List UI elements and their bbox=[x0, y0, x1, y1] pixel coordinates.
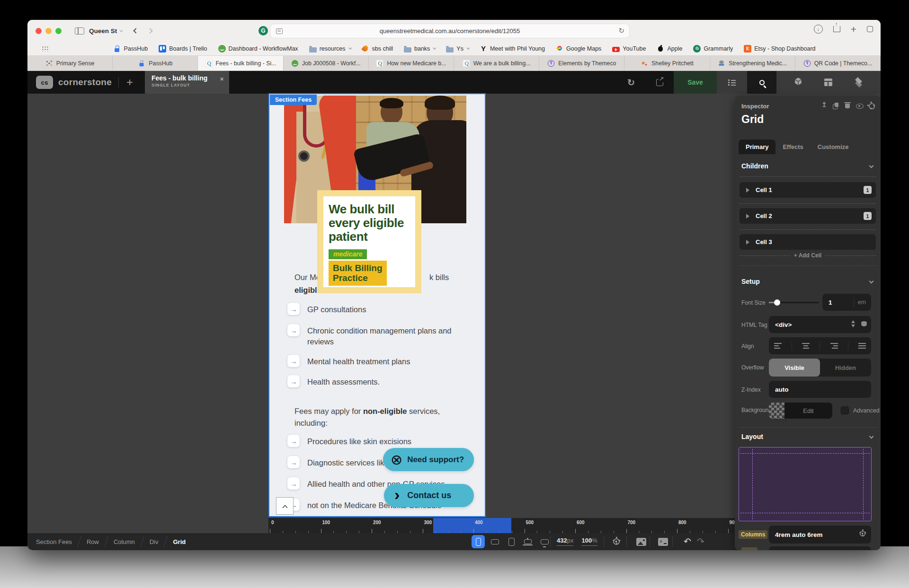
document-tab[interactable]: Fees - bulk billing SINGLE LAYOUT × bbox=[145, 71, 229, 94]
inspector-tab-primary[interactable]: Primary bbox=[739, 140, 775, 154]
gear-icon[interactable] bbox=[868, 103, 874, 109]
rows-input-partial[interactable] bbox=[769, 546, 871, 550]
browser-tab[interactable]: Fees - bulk billing - Si... bbox=[198, 56, 283, 70]
layout-section-header[interactable]: Layout bbox=[741, 433, 763, 440]
bookmark-item[interactable]: Apple bbox=[657, 45, 682, 53]
laptop-icon[interactable] bbox=[521, 535, 535, 548]
share-icon[interactable] bbox=[833, 26, 840, 32]
reader-icon[interactable] bbox=[276, 28, 283, 34]
breadcrumb-item[interactable]: Grid bbox=[173, 538, 186, 545]
close-window-button[interactable] bbox=[36, 28, 42, 34]
page-canvas[interactable]: Section Fees Our Me k bill bbox=[268, 93, 486, 517]
tablet-icon[interactable] bbox=[505, 535, 518, 548]
code-console-icon[interactable] bbox=[658, 538, 668, 546]
background-edit-button[interactable]: Edit bbox=[784, 403, 832, 419]
stepper-icon[interactable] bbox=[851, 320, 855, 327]
url-bar[interactable]: queenstreetmedical.com.au/cornerstone/ed… bbox=[270, 24, 630, 38]
zindex-input[interactable]: auto bbox=[769, 381, 871, 398]
font-size-input[interactable]: 1 em bbox=[822, 294, 871, 311]
cell-row[interactable]: Cell 3 bbox=[740, 234, 876, 250]
sidebar-toggle-icon[interactable] bbox=[75, 27, 84, 35]
bookmark-item[interactable]: Etsy - Shop Dashboard bbox=[744, 45, 815, 53]
reload-preview-button[interactable] bbox=[617, 71, 645, 94]
chevron-down-icon[interactable] bbox=[869, 279, 874, 284]
bookmark-item[interactable]: Google Maps bbox=[556, 45, 601, 53]
bookmark-item[interactable]: banks bbox=[404, 45, 435, 52]
new-tab-icon[interactable]: + bbox=[851, 25, 856, 34]
bookmark-item[interactable]: Ys bbox=[446, 45, 469, 52]
browser-tab[interactable]: We are a bulk billing... bbox=[454, 56, 539, 70]
align-left-icon[interactable] bbox=[774, 343, 782, 349]
canvas-width-control[interactable]: 432px bbox=[557, 537, 573, 546]
phone-landscape-icon[interactable] bbox=[488, 535, 501, 548]
bookmark-item[interactable]: Boards | Trello bbox=[159, 45, 207, 53]
chevron-right-icon[interactable] bbox=[746, 214, 749, 219]
trash-icon[interactable] bbox=[844, 102, 851, 109]
selected-section-badge[interactable]: Section Fees bbox=[270, 95, 317, 105]
breadcrumb-item[interactable]: Section Fees bbox=[36, 538, 72, 545]
browser-tab[interactable]: Elements by Themeco bbox=[539, 56, 624, 70]
close-document-icon[interactable]: × bbox=[220, 75, 224, 83]
bookmark-item[interactable]: YouTube bbox=[612, 45, 646, 52]
dynamic-data-icon[interactable] bbox=[861, 321, 867, 327]
contact-us-button[interactable]: › Contact us bbox=[384, 484, 474, 507]
media-library-icon[interactable] bbox=[636, 538, 646, 546]
bookmark-item[interactable]: sbs chill bbox=[362, 45, 393, 53]
tab-overview-icon[interactable] bbox=[867, 26, 873, 32]
browser-tab[interactable]: Primary Sense bbox=[27, 56, 113, 70]
collapse-up-button[interactable] bbox=[276, 497, 294, 515]
browser-tab[interactable]: PassHub bbox=[113, 56, 198, 70]
chevron-down-icon[interactable] bbox=[869, 164, 874, 168]
need-support-button[interactable]: ⊗ Need support? bbox=[383, 448, 474, 471]
chevron-right-icon[interactable] bbox=[746, 240, 749, 245]
font-size-unit[interactable]: em bbox=[858, 299, 866, 306]
bookmark-item[interactable]: Meet with Phil Young bbox=[480, 45, 545, 53]
slider-knob[interactable] bbox=[774, 299, 780, 306]
redo-icon[interactable] bbox=[697, 536, 704, 547]
reload-icon[interactable] bbox=[618, 26, 624, 35]
duplicate-icon[interactable] bbox=[832, 102, 839, 109]
new-document-button[interactable]: + bbox=[126, 76, 133, 89]
grammarly-extension-icon[interactable]: G bbox=[258, 26, 268, 35]
minimize-window-button[interactable] bbox=[45, 28, 52, 34]
chevron-down-icon[interactable] bbox=[869, 434, 874, 439]
background-advanced-checkbox[interactable] bbox=[841, 406, 849, 414]
browser-tab[interactable]: How new Medicare b... bbox=[369, 56, 454, 70]
breadcrumb-item[interactable]: Column bbox=[114, 538, 135, 545]
bookmark-item[interactable]: PassHub bbox=[113, 45, 148, 53]
settings-gear-icon[interactable] bbox=[613, 538, 620, 545]
desktop-icon[interactable] bbox=[538, 535, 551, 548]
browser-tab[interactable]: Job J000508 - Workf... bbox=[284, 56, 369, 70]
browser-tab[interactable]: Shelley Pritchett bbox=[624, 56, 710, 70]
breadcrumb-item[interactable]: Div bbox=[150, 538, 159, 545]
bookmark-item[interactable]: Grammarly bbox=[693, 45, 733, 53]
browser-tab[interactable]: QR Code | Themeco... bbox=[795, 56, 881, 70]
cell-row[interactable]: Cell 21 bbox=[740, 208, 876, 224]
overflow-hidden-option[interactable]: Hidden bbox=[820, 359, 871, 377]
background-swatch[interactable] bbox=[769, 403, 784, 419]
save-button[interactable]: Save bbox=[674, 71, 717, 94]
setup-section-header[interactable]: Setup bbox=[741, 278, 760, 285]
templates-button[interactable] bbox=[824, 79, 832, 86]
chevron-right-icon[interactable] bbox=[746, 188, 749, 193]
layers-button[interactable] bbox=[855, 79, 863, 86]
align-center-icon[interactable] bbox=[802, 343, 810, 349]
align-right-icon[interactable] bbox=[830, 343, 838, 349]
browser-tab[interactable]: Strengthening Medic... bbox=[710, 56, 795, 70]
forward-button[interactable] bbox=[148, 28, 153, 33]
inspector-tab-effects[interactable]: Effects bbox=[775, 140, 810, 154]
canvas-zoom-control[interactable]: 100% bbox=[581, 537, 597, 546]
columns-gear-icon[interactable] bbox=[860, 531, 865, 536]
app-grid-icon[interactable] bbox=[42, 46, 48, 52]
window-title[interactable]: Queen St bbox=[89, 27, 117, 35]
add-cell-button[interactable]: Add Cell bbox=[740, 252, 876, 259]
eye-icon[interactable] bbox=[856, 102, 863, 109]
back-button[interactable] bbox=[134, 28, 139, 33]
bookmark-item[interactable]: resources bbox=[309, 45, 351, 52]
zoom-window-button[interactable] bbox=[55, 28, 62, 34]
columns-input[interactable]: 4rem auto 6rem bbox=[769, 526, 871, 544]
breadcrumb-item[interactable]: Row bbox=[87, 538, 99, 545]
font-size-slider[interactable] bbox=[769, 294, 819, 311]
phone-portrait-icon[interactable] bbox=[472, 535, 485, 548]
overflow-visible-option[interactable]: Visible bbox=[769, 359, 820, 377]
